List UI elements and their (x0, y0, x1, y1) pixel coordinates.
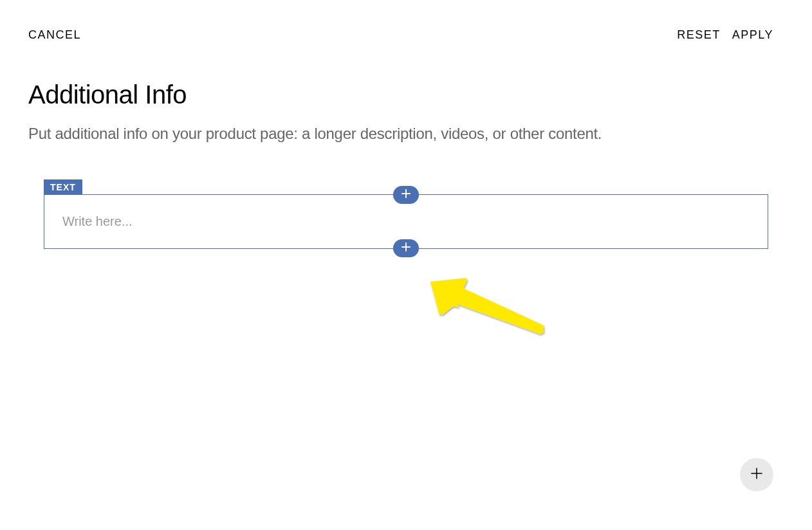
svg-marker-0 (430, 279, 544, 334)
content: Additional Info Put additional info on y… (0, 42, 812, 249)
add-block-above-button[interactable] (393, 186, 419, 204)
annotation-arrow-icon (428, 275, 550, 342)
plus-icon (401, 242, 411, 255)
header-actions: RESET APPLY (677, 28, 773, 42)
plus-icon (749, 466, 764, 484)
plus-icon (401, 188, 411, 201)
block-type-label: TEXT (44, 179, 82, 195)
page-subtitle: Put additional info on your product page… (28, 125, 784, 143)
text-block[interactable]: Write here... (44, 194, 768, 249)
add-block-below-button[interactable] (393, 239, 419, 257)
reset-button[interactable]: RESET (677, 28, 721, 42)
header: CANCEL RESET APPLY (0, 0, 812, 42)
fab-add-button[interactable] (740, 458, 773, 491)
apply-button[interactable]: APPLY (732, 28, 773, 42)
text-placeholder: Write here... (62, 214, 750, 229)
page-title: Additional Info (28, 80, 784, 109)
cancel-button[interactable]: CANCEL (28, 28, 81, 42)
block-container: TEXT Write here... (28, 194, 784, 249)
